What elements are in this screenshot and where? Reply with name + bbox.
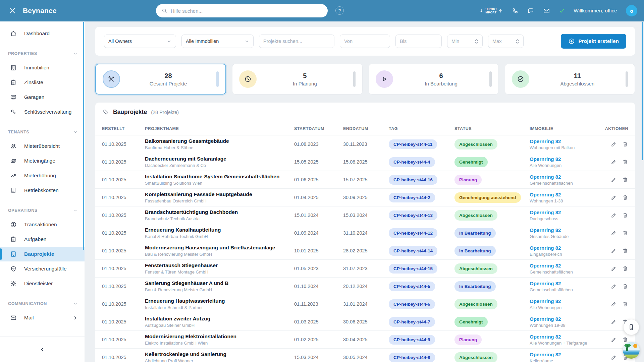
table-row[interactable]: 01.10.2025 Balkonsanierung Gesamtgebäude… [95, 135, 635, 153]
sidebar-scrollbar[interactable] [83, 22, 84, 250]
edit-icon[interactable] [611, 212, 617, 218]
island-badge[interactable] [623, 342, 640, 359]
edit-icon[interactable] [611, 141, 617, 147]
delete-icon[interactable] [622, 230, 628, 236]
sidebar-item-dienstleister[interactable]: Dienstleister [0, 276, 85, 291]
collapse-sidebar-button[interactable] [0, 337, 85, 362]
property-link[interactable]: Opernring 82 [530, 156, 599, 162]
property-link[interactable]: Opernring 82 [530, 352, 599, 357]
stepper-arrows-icon[interactable] [516, 39, 519, 44]
sidebar-item-mieteingaenge[interactable]: Mieteingänge [0, 154, 85, 168]
table-row[interactable]: 01.10.2025 Erneuerung Hauptwasserleitung… [95, 295, 635, 313]
stat-card-planung[interactable]: 5 In Planung [232, 64, 362, 95]
table-row[interactable]: 01.10.2025 Kellertrockenlege und Sanieru… [95, 349, 635, 362]
help-search-input[interactable] [171, 8, 322, 14]
sidebar-item-versicherungsfaelle[interactable]: Versicherungsfälle [0, 261, 85, 276]
table-row[interactable]: 01.10.2025 Modernisierung Elektroinstall… [95, 331, 635, 349]
edit-icon[interactable] [611, 319, 617, 325]
table-row[interactable]: 01.10.2025 Komplettsanierung Fassade Hau… [95, 189, 635, 206]
stat-card-bearbeitung[interactable]: 6 In Bearbeitung [369, 64, 499, 95]
check-icon[interactable] [559, 8, 565, 14]
project-search-input[interactable] [263, 39, 330, 44]
delete-icon[interactable] [622, 194, 628, 200]
delete-icon[interactable] [622, 177, 628, 183]
edit-icon[interactable] [611, 194, 617, 200]
export-import-button[interactable]: EXPORTIMPORT [479, 7, 503, 14]
table-row[interactable]: 01.10.2025 Installation Smarthome-System… [95, 171, 635, 189]
stat-card-abgeschlossen[interactable]: 11 Abgeschlossen [505, 64, 635, 95]
property-link[interactable]: Opernring 82 [530, 298, 599, 304]
page-scrollbar[interactable] [642, 22, 643, 160]
property-link[interactable]: Opernring 82 [530, 316, 599, 322]
property-link[interactable]: Opernring 82 [530, 263, 599, 268]
sidebar-item-schluesselverwaltung[interactable]: Schlüsselverwaltung [0, 105, 85, 119]
property-link[interactable]: Opernring 82 [530, 192, 599, 197]
help-search[interactable] [156, 4, 328, 17]
property-link[interactable]: Opernring 82 [530, 174, 599, 180]
section-operations[interactable]: OPERATIONS [0, 206, 85, 215]
edit-icon[interactable] [611, 230, 617, 236]
property-link[interactable]: Opernring 82 [530, 209, 599, 215]
sidebar-item-garagen[interactable]: Garagen [0, 90, 85, 105]
property-link[interactable]: Opernring 82 [530, 227, 599, 233]
property-link[interactable]: Opernring 82 [530, 138, 599, 144]
sidebar-item-aufgaben[interactable]: Aufgaben [0, 232, 85, 247]
table-row[interactable]: 01.10.2025 Dacherneuerung mit Solaranlag… [95, 153, 635, 171]
stepper-arrows-icon[interactable] [475, 39, 478, 44]
property-link[interactable]: Opernring 82 [530, 334, 599, 340]
delete-icon[interactable] [622, 265, 628, 272]
delete-icon[interactable] [622, 301, 628, 307]
delete-icon[interactable] [622, 283, 628, 289]
edit-icon[interactable] [611, 265, 617, 272]
immobilien-select[interactable]: Alle Immobilien [181, 35, 254, 48]
date-to-input[interactable] [400, 39, 437, 44]
property-link[interactable]: Opernring 82 [530, 281, 599, 286]
close-menu-icon[interactable] [7, 5, 18, 16]
create-project-button[interactable]: Projekt erstellen [561, 34, 626, 49]
section-tenants[interactable]: TENANTS [0, 128, 85, 136]
delete-icon[interactable] [622, 248, 628, 254]
table-row[interactable]: 01.10.2025 Sanierung Stiegenhäuser A und… [95, 278, 635, 295]
phone-icon[interactable] [512, 7, 519, 14]
edit-icon[interactable] [611, 283, 617, 289]
sidebar-item-transaktionen[interactable]: Transaktionen [0, 217, 85, 232]
owners-select[interactable]: All Owners [104, 35, 176, 48]
sidebar-item-mail[interactable]: Mail [0, 310, 85, 325]
mobile-app-button[interactable] [624, 319, 639, 335]
stat-card-gesamt[interactable]: 28 Gesamt Projekte [95, 64, 226, 95]
sidebar-item-betriebskosten[interactable]: Betriebskosten [0, 183, 85, 198]
edit-icon[interactable] [611, 177, 617, 183]
sidebar-item-dashboard[interactable]: Dashboard [0, 26, 85, 41]
edit-icon[interactable] [611, 337, 617, 343]
sidebar-item-bauprojekte[interactable]: Bauprojekte [0, 247, 85, 261]
edit-icon[interactable] [611, 301, 617, 307]
sidebar-item-mieterhoehung[interactable]: Mieterhöhung [0, 168, 85, 183]
avatar[interactable]: o [626, 5, 637, 16]
edit-icon[interactable] [611, 354, 617, 360]
section-properties[interactable]: PROPERTIES [0, 50, 85, 58]
delete-icon[interactable] [622, 141, 628, 147]
table-row[interactable]: 01.10.2025 Brandschutzertüchtigung Dachb… [95, 206, 635, 224]
sidebar-item-immobilien[interactable]: Immobilien [0, 60, 85, 75]
table-row[interactable]: 01.10.2025 Installation zweiter Aufzug A… [95, 313, 635, 331]
table-row[interactable]: 01.10.2025 Erneuerung Kanalhauptleitung … [95, 224, 635, 242]
table-row[interactable]: 01.10.2025 Fenstertausch Stiegenhäuser F… [95, 260, 635, 278]
chat-icon[interactable] [527, 7, 534, 14]
edit-icon[interactable] [611, 159, 617, 165]
delete-icon[interactable] [622, 337, 628, 343]
max-input[interactable] [492, 39, 516, 44]
project-name: Installation zweiter Aufzug [145, 316, 294, 322]
tag-badge: CP-heibey-st44-16 [389, 175, 437, 185]
date-from-input[interactable] [344, 39, 386, 44]
delete-icon[interactable] [622, 212, 628, 218]
help-icon[interactable]: ? [335, 6, 344, 15]
sidebar-item-mieteruebersicht[interactable]: Mieterübersicht [0, 139, 85, 154]
property-link[interactable]: Opernring 82 [530, 245, 599, 251]
mail-icon[interactable] [543, 7, 550, 14]
edit-icon[interactable] [611, 248, 617, 254]
min-input[interactable] [451, 39, 475, 44]
sidebar-item-zinsliste[interactable]: Zinsliste [0, 75, 85, 90]
table-row[interactable]: 01.10.2025 Modernisierung Hauseingang un… [95, 242, 635, 260]
delete-icon[interactable] [622, 159, 628, 165]
section-communication[interactable]: COMMUNICATION [0, 300, 85, 308]
